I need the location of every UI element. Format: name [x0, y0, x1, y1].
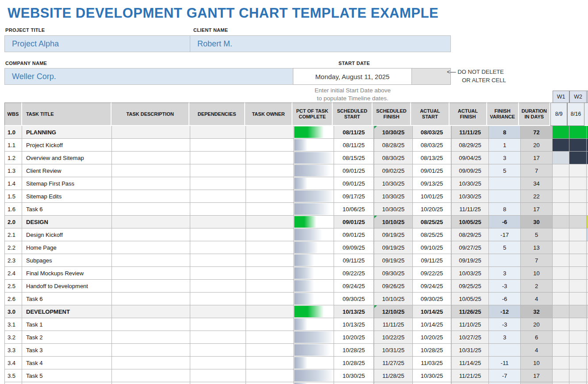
- cell-scheduled-finish[interactable]: 10/10/25: [374, 216, 413, 228]
- cell-duration[interactable]: 7: [521, 254, 553, 267]
- cell-task-owner[interactable]: [246, 190, 294, 203]
- cell-finish-variance[interactable]: -3: [489, 318, 521, 331]
- cell-scheduled-finish[interactable]: 10/22/25: [374, 331, 413, 344]
- gantt-cell-week1[interactable]: [553, 344, 569, 357]
- cell-wbs[interactable]: 3.1: [4, 318, 22, 331]
- cell-task-owner[interactable]: [246, 254, 294, 267]
- cell-actual-start[interactable]: 08/03/25: [413, 139, 451, 152]
- cell-actual-start[interactable]: 09/13/25: [413, 177, 451, 190]
- cell-finish-variance[interactable]: 1: [489, 139, 521, 152]
- cell-task-title[interactable]: Task 1: [22, 318, 112, 331]
- cell-pct-complete[interactable]: [294, 357, 334, 369]
- cell-scheduled-start[interactable]: 09/01/25: [334, 177, 374, 190]
- cell-dependencies[interactable]: [190, 190, 246, 203]
- cell-actual-start[interactable]: 08/03/25: [413, 126, 451, 139]
- cell-actual-finish[interactable]: 10/03/25: [451, 267, 489, 280]
- cell-finish-variance[interactable]: -6: [489, 216, 521, 228]
- cell-task-description[interactable]: [112, 164, 190, 177]
- cell-actual-start[interactable]: 09/11/25: [413, 254, 451, 267]
- cell-duration[interactable]: 10: [521, 267, 553, 280]
- gantt-cell-week1[interactable]: [553, 331, 569, 344]
- cell-dependencies[interactable]: [190, 344, 246, 357]
- cell-duration[interactable]: 30: [521, 216, 553, 228]
- cell-wbs[interactable]: 2.3: [4, 254, 22, 267]
- gantt-cell-week2[interactable]: [569, 241, 587, 254]
- cell-task-title[interactable]: Project Kickoff: [22, 139, 112, 152]
- cell-scheduled-start[interactable]: 10/30/25: [334, 369, 374, 382]
- cell-actual-finish[interactable]: 08/29/25: [451, 139, 489, 152]
- cell-task-owner[interactable]: [246, 318, 294, 331]
- cell-actual-start[interactable]: [413, 382, 451, 384]
- header-finish-variance[interactable]: FINISH VARIANCE: [487, 103, 519, 126]
- cell-task-description[interactable]: [112, 203, 190, 216]
- gantt-cell-week1[interactable]: [553, 241, 569, 254]
- cell-actual-finish[interactable]: 11/11/25: [451, 126, 489, 139]
- cell-scheduled-start[interactable]: 09/30/25: [334, 293, 374, 305]
- cell-actual-finish[interactable]: 10/30/25: [451, 177, 489, 190]
- header-week1-date[interactable]: 8/9: [550, 103, 567, 126]
- cell-scheduled-start[interactable]: 09/01/25: [334, 164, 374, 177]
- cell-duration[interactable]: 4: [521, 344, 553, 357]
- cell-pct-complete[interactable]: [294, 254, 334, 267]
- gantt-cell-week1[interactable]: [553, 267, 569, 280]
- cell-finish-variance[interactable]: 3: [489, 152, 521, 164]
- cell-actual-finish[interactable]: 11/14/25: [451, 357, 489, 369]
- cell-actual-start[interactable]: 10/01/25: [413, 190, 451, 203]
- cell-duration[interactable]: 6: [521, 331, 553, 344]
- cell-dependencies[interactable]: [190, 382, 246, 384]
- cell-actual-start[interactable]: 10/30/25: [413, 369, 451, 382]
- cell-task-owner[interactable]: [246, 152, 294, 164]
- cell-wbs[interactable]: 2.2: [4, 241, 22, 254]
- cell-dependencies[interactable]: [190, 305, 246, 318]
- cell-finish-variance[interactable]: [489, 190, 521, 203]
- cell-actual-finish[interactable]: 10/05/25: [451, 293, 489, 305]
- cell-task-title[interactable]: DESIGN: [22, 216, 112, 228]
- cell-task-description[interactable]: [112, 344, 190, 357]
- cell-task-owner[interactable]: [246, 177, 294, 190]
- cell-scheduled-start[interactable]: 09/11/25: [334, 254, 374, 267]
- gantt-cell-week2[interactable]: [569, 382, 587, 384]
- cell-task-description[interactable]: [112, 254, 190, 267]
- cell-actual-start[interactable]: 08/25/25: [413, 216, 451, 228]
- gantt-cell-week1[interactable]: [553, 190, 569, 203]
- cell-task-description[interactable]: [112, 241, 190, 254]
- client-name-input[interactable]: Robert M.: [190, 35, 451, 52]
- cell-duration[interactable]: 17: [521, 369, 553, 382]
- cell-finish-variance[interactable]: -12: [489, 305, 521, 318]
- cell-finish-variance[interactable]: [489, 254, 521, 267]
- cell-scheduled-finish[interactable]: 12/10/25: [374, 305, 413, 318]
- week-2-header[interactable]: W2: [569, 91, 587, 103]
- cell-task-owner[interactable]: [246, 228, 294, 241]
- cell-actual-start[interactable]: 10/14/25: [413, 318, 451, 331]
- cell-finish-variance[interactable]: 3: [489, 267, 521, 280]
- cell-pct-complete[interactable]: [294, 280, 334, 293]
- cell-scheduled-start[interactable]: 09/24/25: [334, 280, 374, 293]
- cell-task-owner[interactable]: [246, 357, 294, 369]
- cell-task-owner[interactable]: [246, 126, 294, 139]
- cell-duration[interactable]: 13: [521, 241, 553, 254]
- cell-scheduled-finish[interactable]: 09/02/25: [374, 164, 413, 177]
- cell-duration[interactable]: 34: [521, 177, 553, 190]
- cell-finish-variance[interactable]: -6: [489, 293, 521, 305]
- cell-task-title[interactable]: Client Review: [22, 164, 112, 177]
- cell-scheduled-finish[interactable]: 10/30/25: [374, 177, 413, 190]
- gantt-cell-week2[interactable]: [569, 190, 587, 203]
- cell-task-description[interactable]: [112, 152, 190, 164]
- cell-duration[interactable]: 22: [521, 190, 553, 203]
- gantt-cell-week2[interactable]: [569, 126, 587, 139]
- cell-wbs[interactable]: 1.6: [4, 203, 22, 216]
- cell-task-owner[interactable]: [246, 139, 294, 152]
- cell-task-title[interactable]: Task 5: [22, 369, 112, 382]
- cell-scheduled-start[interactable]: 09/17/25: [334, 190, 374, 203]
- header-duration[interactable]: DURATION IN DAYS: [519, 103, 551, 126]
- cell-wbs[interactable]: 1.4: [4, 177, 22, 190]
- gantt-cell-week2[interactable]: [569, 254, 587, 267]
- cell-scheduled-finish[interactable]: 11/27/25: [374, 357, 413, 369]
- cell-dependencies[interactable]: [190, 152, 246, 164]
- cell-duration[interactable]: 5: [521, 228, 553, 241]
- cell-duration[interactable]: 10: [521, 357, 553, 369]
- cell-task-owner[interactable]: [246, 369, 294, 382]
- cell-finish-variance[interactable]: -17: [489, 228, 521, 241]
- cell-pct-complete[interactable]: [294, 203, 334, 216]
- cell-scheduled-finish[interactable]: 11/28/25: [374, 369, 413, 382]
